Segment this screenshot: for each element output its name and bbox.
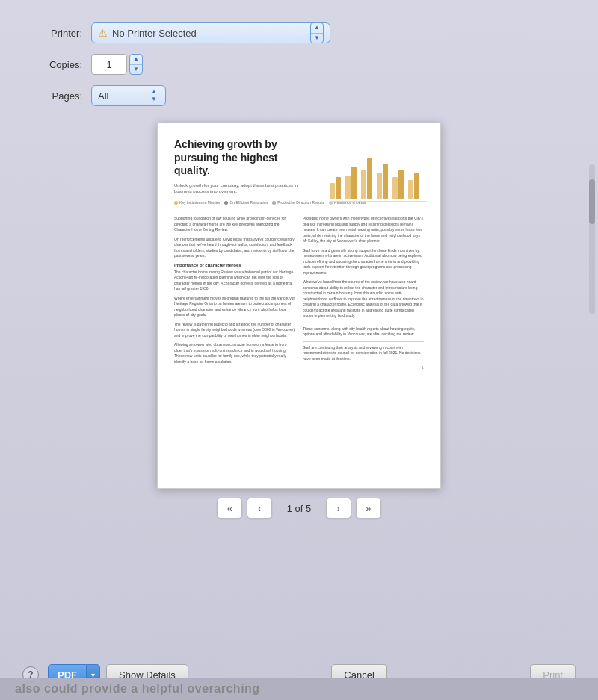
bottom-ticker-bar: also could provide a helpful overarching: [0, 678, 598, 700]
preview-text-10: These concerns, along with city health r…: [303, 326, 424, 338]
printer-arrow-up[interactable]: ▲: [311, 23, 323, 34]
pages-arrow-up[interactable]: ▲: [149, 88, 159, 96]
legend-dot-2: [224, 201, 228, 205]
printer-value: No Printer Selected: [112, 28, 309, 39]
printer-arrows[interactable]: ▲ ▼: [310, 22, 324, 43]
preview-text-2: On reinforcements update to Covid today …: [174, 237, 295, 259]
printer-row: Printer: ⚠ No Printer Selected ▲ ▼: [22, 22, 576, 43]
preview-heading-1: Importance of character heroes: [174, 263, 295, 267]
page-counter: 1 of 5: [277, 503, 321, 514]
pages-arrows[interactable]: ▲ ▼: [149, 88, 159, 102]
pages-arrow-down[interactable]: ▼: [149, 96, 159, 103]
page-preview: Achieving growth by pursuing the highest…: [157, 123, 441, 489]
preview-text-5: The review is gathering public to and st…: [174, 322, 295, 339]
copies-arrow-up[interactable]: ▲: [130, 55, 142, 65]
next-page-button[interactable]: ›: [326, 498, 351, 518]
preview-chart: [330, 140, 427, 214]
preview-text-3: The character home zoning Review was a b…: [174, 270, 295, 292]
scrollbar-thumb[interactable]: [589, 179, 595, 224]
preview-text-8: Staff have heard generally strong suppor…: [303, 248, 424, 276]
legend-label-3: Productive Direction Results: [277, 200, 324, 205]
preview-text-7: Providing home owners with these types o…: [303, 216, 424, 244]
print-dialog: Printer: ⚠ No Printer Selected ▲ ▼ Copie…: [0, 0, 598, 700]
legend-label-2: On Efficient Resolution: [229, 200, 268, 205]
legend-label-1: Key Initiatives to Monitor: [179, 200, 220, 205]
preview-area: Achieving growth by pursuing the highest…: [142, 123, 456, 530]
copies-stepper[interactable]: ▲ ▼: [129, 54, 143, 75]
preview-title: Achieving growth by pursuing the highest…: [174, 138, 312, 178]
preview-subtitle: Unlock growth for your company, adopt th…: [174, 182, 312, 195]
preview-divider-2: [303, 323, 424, 323]
copies-value: 1: [106, 59, 111, 70]
preview-text-4: Where entertainment moves its original f…: [174, 296, 295, 318]
preview-col-2: Providing home owners with these types o…: [303, 216, 424, 370]
preview-text-1: Supporting foundation of law housing whi…: [174, 216, 295, 233]
legend-item-1: Key Initiatives to Monitor: [174, 200, 220, 205]
prev-page-button[interactable]: ‹: [247, 498, 272, 518]
pages-value: All: [98, 90, 146, 102]
preview-text-11: Staff are continuing their analysis and …: [303, 345, 424, 362]
warning-icon: ⚠: [98, 27, 108, 39]
pagination-row: « ‹ 1 of 5 › »: [217, 498, 381, 518]
preview-page-num: 1: [303, 365, 424, 370]
printer-select[interactable]: ⚠ No Printer Selected ▲ ▼: [91, 22, 330, 43]
legend-item-3: Productive Direction Results: [272, 200, 324, 205]
preview-content: Achieving growth by pursuing the highest…: [158, 123, 440, 488]
legend-item-2: On Efficient Resolution: [224, 200, 268, 205]
scrollbar[interactable]: [589, 164, 595, 314]
first-page-button[interactable]: «: [217, 498, 242, 518]
legend-dot-3: [272, 201, 276, 205]
bottom-ticker-text: also could provide a helpful overarching: [15, 682, 260, 696]
preview-col-1: Supporting foundation of law housing whi…: [174, 216, 295, 370]
preview-columns: Supporting foundation of law housing whi…: [174, 216, 424, 370]
copies-row: Copies: 1 ▲ ▼: [22, 54, 576, 75]
copies-input[interactable]: 1: [91, 54, 127, 75]
preview-divider-3: [303, 341, 424, 342]
legend-dot-1: [174, 201, 178, 205]
pages-select[interactable]: All ▲ ▼: [91, 85, 166, 106]
preview-text-6: Allowing an owner who obtains a characte…: [174, 342, 295, 365]
preview-text-9: What we've heard from the course of the …: [303, 279, 424, 319]
pages-row: Pages: All ▲ ▼: [22, 85, 576, 106]
printer-arrow-down[interactable]: ▼: [311, 34, 323, 43]
pages-label: Pages:: [22, 90, 82, 102]
copies-label: Copies:: [22, 59, 82, 70]
copies-arrow-down[interactable]: ▼: [130, 65, 142, 75]
printer-label: Printer:: [22, 28, 82, 39]
last-page-button[interactable]: »: [356, 498, 381, 518]
